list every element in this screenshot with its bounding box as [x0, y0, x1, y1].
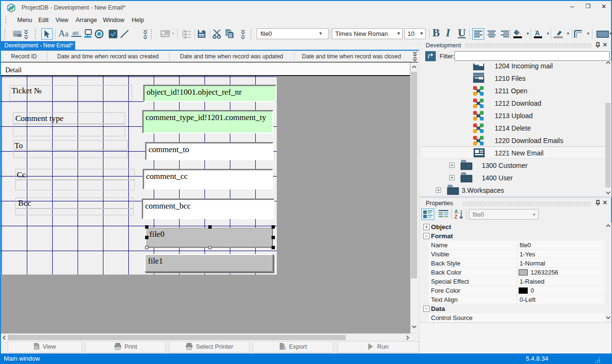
svg-text:Z: Z	[454, 214, 457, 220]
svg-text:abl: abl	[72, 31, 79, 36]
svg-text:A: A	[454, 209, 458, 214]
